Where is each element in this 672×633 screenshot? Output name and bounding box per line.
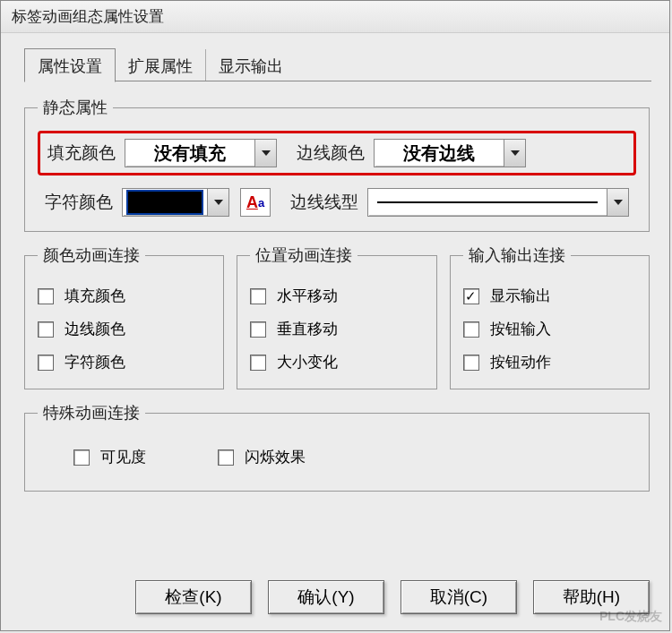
- checkbox-fill-color[interactable]: 填充颜色: [38, 286, 214, 306]
- checkbox-border-color[interactable]: 边线颜色: [38, 319, 214, 339]
- group-legend-static: 静态属性: [38, 97, 113, 118]
- font-button[interactable]: Aa: [240, 188, 271, 217]
- checkbox-visibility[interactable]: 可见度: [73, 447, 146, 467]
- check-button[interactable]: 检查(K): [135, 580, 252, 614]
- dropdown-icon[interactable]: [207, 189, 228, 216]
- combo-border-style[interactable]: [367, 188, 629, 217]
- combo-fill-color-value: 没有填充: [125, 140, 254, 167]
- checkbox-box: [38, 355, 54, 371]
- tab-display-output[interactable]: 显示输出: [206, 49, 296, 81]
- checkbox-box: [218, 449, 234, 466]
- tab-content: 静态属性 填充颜色 没有填充 边线颜色 没有边线 字符颜色: [1, 82, 669, 492]
- checkbox-box: [463, 355, 479, 371]
- checkbox-size-change[interactable]: 大小变化: [250, 352, 426, 372]
- checkbox-button-action[interactable]: 按钮动作: [463, 352, 640, 372]
- label-fill-color: 填充颜色: [47, 141, 116, 165]
- tab-bar: 属性设置 扩展属性 显示输出: [24, 49, 669, 81]
- combo-char-color[interactable]: [122, 188, 229, 217]
- help-button[interactable]: 帮助(H): [533, 580, 650, 614]
- checkbox-box: [250, 321, 266, 338]
- checkbox-box: [250, 355, 266, 371]
- checkbox-flash-effect[interactable]: 闪烁效果: [218, 447, 306, 467]
- group-io-connection: 输入输出连接 ✓显示输出 按钮输入 按钮动作: [450, 244, 650, 389]
- checkbox-char-color[interactable]: 字符颜色: [38, 352, 214, 372]
- group-color-animation: 颜色动画连接 填充颜色 边线颜色 字符颜色: [24, 244, 224, 389]
- dialog-button-row: 检查(K) 确认(Y) 取消(C) 帮助(H): [135, 580, 650, 614]
- combo-border-color[interactable]: 没有边线: [374, 139, 526, 167]
- special-row: 可见度 闪烁效果: [38, 436, 636, 478]
- group-legend-io: 输入输出连接: [463, 244, 571, 266]
- checkbox-box: [73, 449, 90, 466]
- tab-extended[interactable]: 扩展属性: [116, 49, 206, 81]
- label-char-color: 字符颜色: [45, 191, 113, 214]
- cancel-button[interactable]: 取消(C): [401, 580, 517, 614]
- dropdown-icon[interactable]: [254, 140, 276, 167]
- label-border-color: 边线颜色: [297, 141, 365, 165]
- checkbox-horizontal-move[interactable]: 水平移动: [250, 286, 426, 306]
- color-swatch-black: [126, 190, 203, 215]
- checkbox-box: [38, 288, 54, 304]
- group-position-animation: 位置动画连接 水平移动 垂直移动 大小变化: [237, 244, 436, 389]
- checkbox-button-input[interactable]: 按钮输入: [463, 319, 640, 339]
- tab-underline: [24, 81, 651, 81]
- group-legend-special: 特殊动画连接: [38, 402, 145, 423]
- ok-button[interactable]: 确认(Y): [268, 580, 384, 614]
- combo-border-color-value: 没有边线: [375, 140, 504, 167]
- checkbox-show-output[interactable]: ✓显示输出: [463, 286, 640, 306]
- label-border-style: 边线线型: [290, 191, 358, 214]
- tab-properties[interactable]: 属性设置: [24, 48, 116, 82]
- dropdown-icon[interactable]: [504, 140, 525, 167]
- checkbox-box: [463, 321, 479, 338]
- checkbox-vertical-move[interactable]: 垂直移动: [250, 319, 426, 339]
- dialog-window: 标签动画组态属性设置 属性设置 扩展属性 显示输出 静态属性 填充颜色 没有填充…: [0, 0, 670, 631]
- row-char-style: 字符颜色 Aa 边线线型: [38, 186, 636, 218]
- group-special-animation: 特殊动画连接 可见度 闪烁效果: [24, 402, 650, 492]
- window-title: 标签动画组态属性设置: [1, 1, 669, 33]
- dropdown-icon[interactable]: [607, 189, 628, 216]
- checkbox-box: [38, 321, 54, 338]
- three-column-groups: 颜色动画连接 填充颜色 边线颜色 字符颜色 位置动画连接 水平移动 垂直移动 大…: [24, 244, 650, 389]
- checkbox-box: [250, 288, 266, 304]
- group-legend-color: 颜色动画连接: [38, 244, 145, 266]
- checkbox-box-checked: ✓: [463, 288, 479, 304]
- line-style-solid: [377, 201, 598, 203]
- group-static-properties: 静态属性 填充颜色 没有填充 边线颜色 没有边线 字符颜色: [24, 97, 650, 232]
- group-legend-position: 位置动画连接: [250, 244, 358, 266]
- combo-fill-color[interactable]: 没有填充: [125, 139, 277, 167]
- highlighted-row: 填充颜色 没有填充 边线颜色 没有边线: [38, 131, 636, 175]
